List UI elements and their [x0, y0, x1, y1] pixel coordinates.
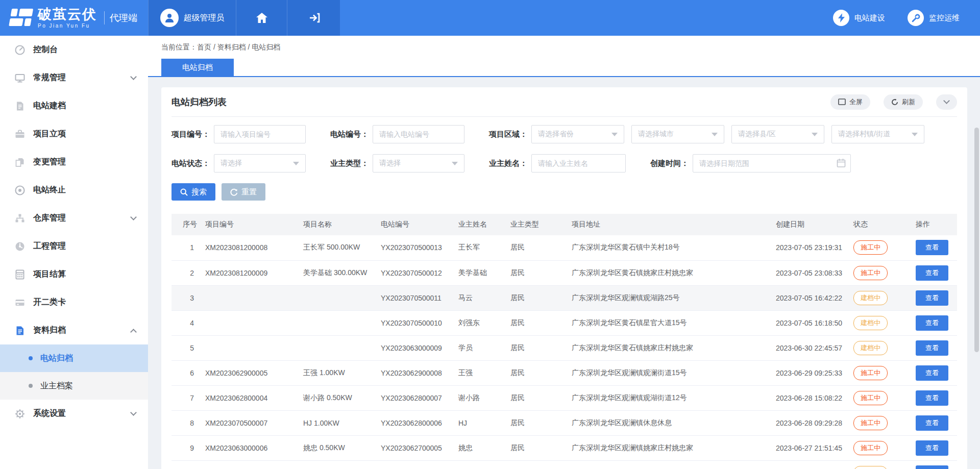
cell-status: 施工中	[849, 360, 912, 385]
sidebar-subitem-owner-archive[interactable]: 业主档案	[0, 372, 148, 400]
select-placeholder: 请选择	[379, 159, 401, 168]
status-badge: 施工中	[853, 416, 888, 430]
home-button[interactable]	[236, 0, 287, 36]
table-row: 10 YX2023062500004 姚忠 居民 广东深圳龙华区观澜镇姚家庄村姚…	[172, 460, 957, 469]
sidebar-item-engineering-mgmt[interactable]: 工程管理	[0, 232, 148, 260]
refresh-button[interactable]: 刷新	[884, 94, 923, 110]
view-button[interactable]: 查看	[916, 365, 948, 381]
bullet-icon	[29, 356, 33, 360]
gauge-icon	[14, 241, 26, 252]
view-button[interactable]: 查看	[916, 315, 948, 331]
column-header: 序号	[172, 214, 201, 235]
app-header: 破茧云伏 Po Jian Yun Fu 代理端 超级管理员	[0, 0, 980, 36]
fullscreen-button[interactable]: 全屏	[830, 94, 870, 110]
cell-owner-name: 谢小路	[454, 385, 506, 410]
cell-owner-type: 居民	[506, 460, 568, 469]
select-placeholder: 请选择	[220, 159, 242, 168]
cell-project-name	[299, 460, 377, 469]
tab-station-archive[interactable]: 电站归档	[161, 59, 234, 76]
table-row: 2 XM2023081200009 美学基础 300.00KW YX202307…	[172, 260, 957, 285]
view-button[interactable]: 查看	[916, 240, 948, 255]
cell-project-name: 王强 1.00KW	[299, 360, 377, 385]
cell-created-date: 2023-07-05 16:42:22	[772, 285, 849, 310]
region-selects: 请选择省份请选择城市请选择县/区请选择村镇/街道	[531, 125, 924, 143]
sidebar-item-data-archive[interactable]: 资料归档	[0, 316, 148, 344]
status-badge: 施工中	[853, 266, 888, 280]
sidebar-item-console[interactable]: 控制台	[0, 36, 148, 64]
region-select-1[interactable]: 请选择城市	[631, 125, 724, 143]
cell-actions: 查看	[912, 410, 957, 435]
owner-type-select[interactable]: 请选择	[373, 154, 464, 172]
page-scrollbar[interactable]	[974, 128, 979, 352]
sidebar-item-project-initiation[interactable]: 项目立项	[0, 120, 148, 148]
sidebar: 控制台 常规管理 电站建档 项目立项 变更管理 电站终止	[0, 36, 148, 469]
region-select-0[interactable]: 请选择省份	[531, 125, 624, 143]
cell-created-date: 2023-06-27 21:51:45	[772, 435, 849, 460]
sidebar-item-label: 项目立项	[33, 129, 136, 139]
cell-index: 4	[172, 310, 201, 335]
select-placeholder: 请选择省份	[538, 130, 574, 139]
user-menu[interactable]: 超级管理员	[148, 0, 236, 36]
cell-owner-type: 居民	[506, 360, 568, 385]
cell-index: 6	[172, 360, 201, 385]
sidebar-item-change-mgmt[interactable]: 变更管理	[0, 148, 148, 176]
cell-station-no: YX2023070500010	[377, 310, 454, 335]
owner-name-input[interactable]	[531, 154, 626, 172]
archive-table: 序号项目编号项目名称电站编号业主姓名业主类型项目地址创建日期状态操作 1 XM2…	[172, 214, 957, 469]
cell-owner-type: 居民	[506, 260, 568, 285]
sidebar-item-station-termination[interactable]: 电站终止	[0, 176, 148, 204]
sidebar-item-station-filing[interactable]: 电站建档	[0, 92, 148, 120]
sitemap-icon	[14, 213, 26, 224]
view-button[interactable]: 查看	[916, 440, 948, 456]
cell-project-name: HJ 1.00KW	[299, 410, 377, 435]
cell-actions: 查看	[912, 385, 957, 410]
cell-index: 7	[172, 385, 201, 410]
region-select-3[interactable]: 请选择村镇/街道	[831, 125, 924, 143]
status-badge: 施工中	[853, 441, 888, 455]
cell-status: 施工中	[849, 435, 912, 460]
sidebar-item-general-mgmt[interactable]: 常规管理	[0, 64, 148, 92]
station-no-label: 电站编号：	[330, 130, 369, 139]
nav-station-construction[interactable]: 电站建设	[833, 10, 885, 26]
collapse-button[interactable]	[936, 94, 957, 110]
cell-owner-type: 居民	[506, 310, 568, 335]
station-status-select[interactable]: 请选择	[214, 154, 306, 172]
logout-button[interactable]	[287, 0, 340, 36]
nav-monitoring-ops[interactable]: 监控运维	[908, 10, 960, 26]
view-button[interactable]: 查看	[916, 265, 948, 281]
column-header: 操作	[912, 214, 957, 235]
region-select-2[interactable]: 请选择县/区	[731, 125, 824, 143]
view-button[interactable]: 查看	[916, 390, 948, 406]
date-range-input[interactable]	[693, 154, 851, 172]
view-button[interactable]: 查看	[916, 290, 948, 306]
cell-project-no: XM2023063000006	[201, 435, 299, 460]
view-button[interactable]: 查看	[916, 340, 948, 356]
table-row: 1 XM2023081200008 王长军 500.00KW YX2023070…	[172, 235, 957, 260]
cell-station-no: YX2023062900008	[377, 360, 454, 385]
table-row: 4 YX2023070500010 刘强东 居民 广东深圳龙华区黄石镇星官大道1…	[172, 310, 957, 335]
station-no-input[interactable]	[373, 125, 464, 143]
reset-button[interactable]: 重置	[222, 183, 265, 201]
cell-station-no: YX2023062800006	[377, 410, 454, 435]
reset-label: 重置	[241, 187, 257, 197]
column-header: 状态	[849, 214, 912, 235]
status-badge: 建档中	[853, 316, 888, 330]
sidebar-item-warehouse-mgmt[interactable]: 仓库管理	[0, 204, 148, 232]
created-time-label: 创建时间：	[650, 159, 689, 168]
sidebar-item-system-settings[interactable]: 系统设置	[0, 400, 148, 428]
cell-index: 2	[172, 260, 201, 285]
view-button[interactable]: 查看	[916, 415, 948, 431]
sidebar-item-type2-card[interactable]: 开二类卡	[0, 288, 148, 316]
nav-label: 电站建设	[854, 13, 885, 23]
cell-station-no: YX2023070500012	[377, 260, 454, 285]
status-badge: 建档中	[853, 341, 888, 355]
sidebar-subitem-station-archive[interactable]: 电站归档	[0, 344, 148, 372]
sidebar-item-project-settlement[interactable]: 项目结算	[0, 260, 148, 288]
view-button[interactable]: 查看	[916, 465, 948, 469]
cell-status: 施工中	[849, 260, 912, 285]
project-no-input[interactable]	[214, 125, 306, 143]
cell-address: 广东深圳龙华区观澜镇观澜街道15号	[568, 360, 772, 385]
caret-down-icon	[712, 133, 718, 136]
search-button[interactable]: 搜索	[172, 183, 215, 201]
sidebar-item-label: 系统设置	[33, 408, 131, 419]
